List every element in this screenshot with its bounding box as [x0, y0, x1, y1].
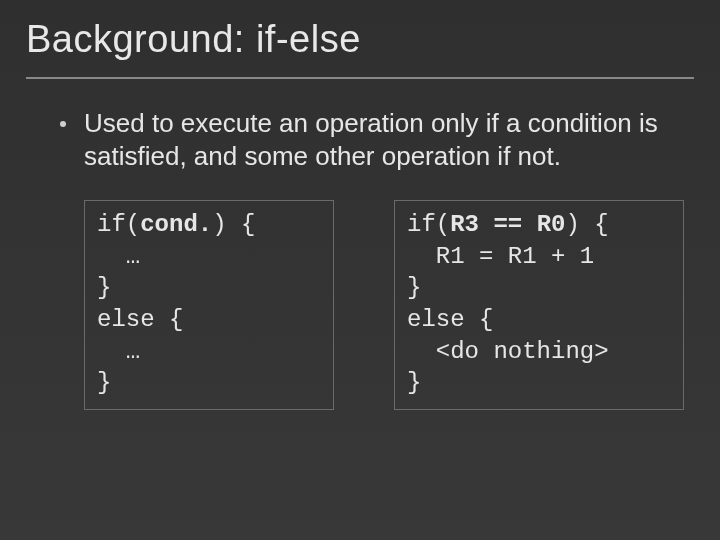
code-text: else { [407, 306, 493, 333]
code-text: } [407, 369, 421, 396]
code-text: <do nothing> [407, 338, 609, 365]
code-text: } [97, 274, 111, 301]
title-rule [26, 77, 694, 79]
slide-title: Background: if-else [26, 18, 694, 61]
code-text: R1 = R1 + 1 [407, 243, 594, 270]
code-box-left: if(cond.) { … } else { … } [84, 200, 334, 410]
code-box-right: if(R3 == R0) { R1 = R1 + 1 } else { <do … [394, 200, 684, 410]
slide-body: Used to execute an operation only if a c… [26, 107, 694, 410]
code-text: ) { [565, 211, 608, 238]
code-text: else { [97, 306, 183, 333]
bullet-dot-icon [60, 121, 66, 127]
code-text: … [97, 338, 140, 365]
code-text: if( [97, 211, 140, 238]
code-bold: R3 == R0 [450, 211, 565, 238]
slide: Background: if-else Used to execute an o… [0, 0, 720, 540]
code-row: if(cond.) { … } else { … } if(R3 == R0) … [60, 200, 684, 410]
code-bold: cond. [140, 211, 212, 238]
code-text: … [97, 243, 140, 270]
bullet-text: Used to execute an operation only if a c… [84, 107, 684, 172]
code-text: } [97, 369, 111, 396]
code-text: if( [407, 211, 450, 238]
code-text: ) { [212, 211, 255, 238]
code-text: } [407, 274, 421, 301]
bullet-item: Used to execute an operation only if a c… [60, 107, 684, 172]
